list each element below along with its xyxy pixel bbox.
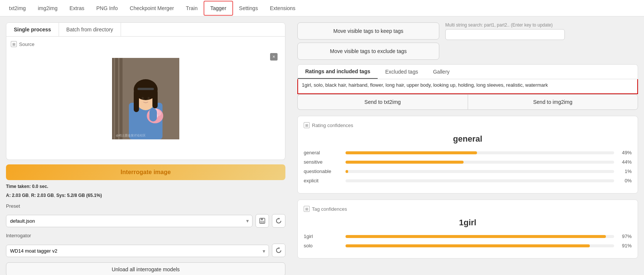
close-image-button[interactable]: × — [270, 53, 278, 61]
interrogator-select[interactable]: WD14 moat tagger v2 — [6, 245, 269, 257]
preset-select-wrapper: default.json ▾ — [6, 215, 253, 227]
tags-display[interactable]: 1girl, solo, black hair, hairband, flowe… — [297, 79, 638, 94]
tag-section-icon: ⊞ — [304, 206, 310, 212]
tag-title: 1girl — [304, 218, 632, 228]
send-img2img-button[interactable]: Send to img2img — [468, 94, 638, 110]
tab-txt2img[interactable]: txt2img — [3, 1, 32, 15]
rating-bar-fill-questionable — [346, 170, 348, 173]
rating-row-questionable: questionable 1% — [304, 169, 632, 174]
rating-label-general: general — [304, 150, 341, 155]
rating-bar-bg-sensitive — [346, 161, 614, 164]
memory-r: R: 2.03 GB — [31, 193, 54, 198]
tab-train[interactable]: Train — [180, 1, 204, 15]
preset-label: Preset — [6, 203, 285, 209]
tab-tagger[interactable]: Tagger — [204, 1, 233, 16]
tab-extensions[interactable]: Extensions — [264, 1, 301, 15]
svg-point-11 — [148, 97, 150, 100]
tab-batch-from-directory[interactable]: Batch from directory — [59, 23, 121, 36]
tab-single-process[interactable]: Single process — [6, 23, 59, 36]
search-box-area: Multi string search: part1, part2.. (Ent… — [445, 22, 565, 40]
tab-ratings-included[interactable]: Ratings and included tags — [298, 65, 378, 79]
tag-bar-fill-1girl — [346, 235, 606, 238]
refresh-interrogator-icon — [276, 247, 282, 253]
save-preset-button[interactable] — [256, 214, 269, 228]
right-panel: Move visible tags to keep tags Move visi… — [291, 16, 644, 275]
rating-confidences-label: Rating confidences — [312, 123, 353, 128]
source-box: ⊞ Source — [6, 37, 285, 160]
svg-rect-23 — [261, 221, 263, 223]
search-label: Multi string search: part1, part2.. (Ent… — [445, 22, 565, 28]
save-icon — [259, 217, 266, 224]
tag-row-1girl: 1girl 97% — [304, 234, 632, 239]
tag-confidences-section: ⊞ Tag confidences 1girl 1girl 97% solo — [297, 200, 638, 259]
rating-confidences-section: ⊞ Rating confidences general general 49%… — [297, 116, 638, 194]
interrogator-label: Interrogator — [6, 233, 285, 238]
preset-select[interactable]: default.json — [6, 215, 253, 227]
rating-row-sensitive: sensitive 44% — [304, 159, 632, 165]
rating-percent-explicit: 0% — [619, 178, 632, 183]
rating-percent-sensitive: 44% — [619, 159, 632, 165]
rating-row-general: general 49% — [304, 150, 632, 155]
top-nav: txt2img img2img Extras PNG Info Checkpoi… — [0, 0, 644, 16]
memory-info: A: 2.03 GB, R: 2.03 GB, Sys: 5.2/8 GB (6… — [6, 193, 285, 198]
move-exclude-tags-button[interactable]: Move visible tags to exclude tags — [297, 43, 439, 60]
tab-checkpoint-merger[interactable]: Checkpoint Merger — [124, 1, 180, 15]
memory-sys: Sys: 5.2/8 GB (65.1%) — [56, 193, 102, 198]
tag-row-solo: solo 91% — [304, 243, 632, 248]
rating-title: general — [304, 134, 632, 144]
svg-point-10 — [142, 97, 144, 100]
tag-bar-fill-solo — [346, 244, 590, 247]
svg-rect-17 — [149, 108, 157, 121]
tag-percent-1girl: 97% — [619, 234, 632, 239]
left-panel: Single process Batch from directory ⊞ So… — [0, 16, 291, 275]
tab-settings[interactable]: Settings — [233, 1, 264, 15]
interrogator-select-wrapper: WD14 moat tagger v2 ▾ — [6, 245, 269, 257]
interrogate-button[interactable]: Interrogate image — [6, 164, 285, 180]
tag-label-1girl: 1girl — [304, 234, 341, 239]
uploaded-image: @稻土圆金发讨论社区 — [112, 58, 179, 139]
time-info: Time taken: 0.0 sec. — [6, 184, 285, 189]
preset-row: default.json ▾ — [6, 214, 285, 228]
main-layout: Single process Batch from directory ⊞ So… — [0, 16, 644, 275]
memory-a: A: 2.03 GB — [6, 193, 29, 198]
search-input[interactable] — [445, 29, 565, 40]
rating-bar-bg-questionable — [346, 170, 614, 173]
unload-models-button[interactable]: Unload all interrogate models — [6, 262, 285, 275]
refresh-preset-button[interactable] — [272, 214, 285, 228]
tag-label-solo: solo — [304, 243, 341, 248]
tag-percent-solo: 91% — [619, 243, 632, 248]
rating-bar-fill-general — [346, 151, 477, 154]
svg-rect-18 — [137, 88, 154, 90]
action-buttons-col: Move visible tags to keep tags Move visi… — [297, 22, 439, 60]
rating-bar-bg-general — [346, 151, 614, 154]
interrogator-row: WD14 moat tagger v2 ▾ — [6, 244, 285, 257]
rating-row-explicit: explicit 0% — [304, 178, 632, 183]
svg-rect-8 — [134, 90, 139, 112]
tab-gallery[interactable]: Gallery — [425, 65, 457, 79]
tab-extras[interactable]: Extras — [64, 1, 90, 15]
tab-excluded-tags[interactable]: Excluded tags — [378, 65, 425, 79]
tab-img2img[interactable]: img2img — [32, 1, 64, 15]
tab-png-info[interactable]: PNG Info — [90, 1, 124, 15]
rating-bars: general 49% sensitive 44% questionable — [304, 150, 632, 183]
refresh-interrogator-button[interactable] — [272, 244, 285, 257]
rating-label-questionable: questionable — [304, 169, 341, 174]
result-tab-bar: Ratings and included tags Excluded tags … — [297, 64, 638, 79]
move-keep-tags-button[interactable]: Move visible tags to keep tags — [297, 22, 439, 40]
tag-confidences-label: Tag confidences — [312, 206, 347, 212]
top-right-row: Move visible tags to keep tags Move visi… — [297, 22, 638, 60]
send-txt2img-button[interactable]: Send to txt2img — [297, 94, 468, 110]
rating-section-icon: ⊞ — [304, 122, 310, 128]
image-container[interactable]: @稻土圆金发讨论社区 × — [11, 50, 281, 147]
svg-text:@稻土圆金发讨论社区: @稻土圆金发讨论社区 — [116, 134, 146, 137]
rating-bar-fill-sensitive — [346, 161, 464, 164]
rating-label-explicit: explicit — [304, 178, 341, 183]
svg-rect-21 — [261, 218, 263, 220]
rating-confidences-header: ⊞ Rating confidences — [304, 122, 632, 128]
rating-bar-bg-explicit — [346, 179, 614, 182]
refresh-icon — [276, 218, 282, 224]
tag-confidences-header: ⊞ Tag confidences — [304, 206, 632, 212]
rating-label-sensitive: sensitive — [304, 159, 341, 165]
svg-rect-9 — [152, 90, 158, 108]
source-icon: ⊞ — [11, 41, 17, 47]
